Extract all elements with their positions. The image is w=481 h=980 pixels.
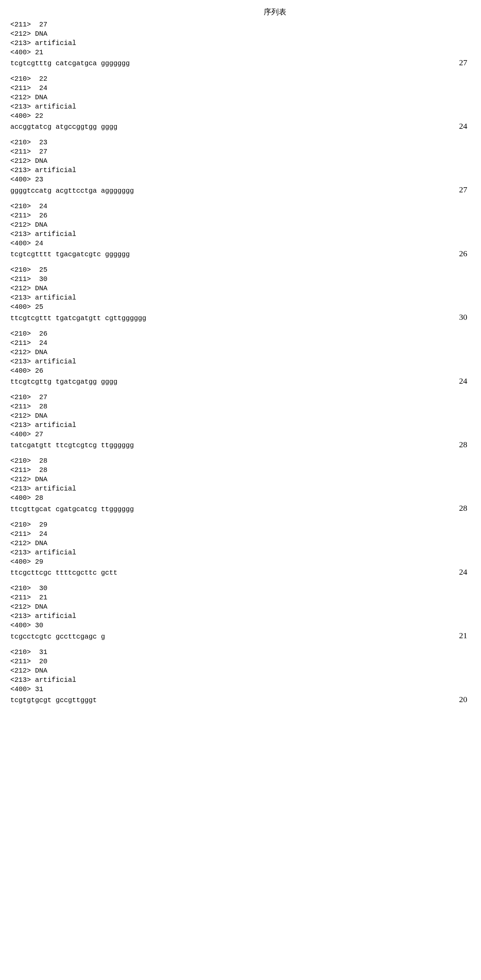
sequence-length: 27 xyxy=(459,57,471,68)
entry-metadata-line: <212> DNA xyxy=(10,411,471,420)
entry-metadata-line: <212> DNA xyxy=(10,156,471,165)
entry-metadata-line: <400> 24 xyxy=(10,239,471,248)
entry-metadata-line: <210> 26 xyxy=(10,329,471,338)
sequence-length: 28 xyxy=(459,439,471,450)
entry-metadata-line: <210> 27 xyxy=(10,393,471,402)
entry-metadata-line: <210> 31 xyxy=(10,648,471,657)
entry-metadata-line: <213> artificial xyxy=(10,229,471,239)
entry-metadata-line: <400> 23 xyxy=(10,175,471,184)
sequence-length: 20 xyxy=(459,694,471,705)
sequence-entry: <210> 29<211> 24<212> DNA<213> artificia… xyxy=(10,520,471,578)
sequence-entry: <210> 30<211> 21<212> DNA<213> artificia… xyxy=(10,584,471,641)
entry-metadata-line: <211> 21 xyxy=(10,593,471,602)
sequence-row: ttcgtcgttg tgatcgatgg gggg24 xyxy=(10,375,471,387)
entry-metadata-line: <213> artificial xyxy=(10,102,471,111)
sequence-row: ttcgttgcat cgatgcatcg ttgggggg28 xyxy=(10,503,471,514)
sequence-entry: <210> 31<211> 20<212> DNA<213> artificia… xyxy=(10,648,471,705)
sequence-text: tcgtcgtttt tgacgatcgtc gggggg xyxy=(10,250,130,259)
entry-metadata-line: <212> DNA xyxy=(10,348,471,357)
entry-metadata-line: <211> 27 xyxy=(10,147,471,156)
sequence-text: ttcgttgcat cgatgcatcg ttgggggg xyxy=(10,504,134,514)
entry-metadata-line: <400> 25 xyxy=(10,302,471,312)
entry-metadata-line: <213> artificial xyxy=(10,38,471,48)
entry-metadata-line: <211> 24 xyxy=(10,529,471,539)
sequence-row: accggtatcg atgccggtgg gggg24 xyxy=(10,121,471,132)
entry-metadata-line: <211> 24 xyxy=(10,83,471,93)
entry-metadata-line: <213> artificial xyxy=(10,548,471,557)
entry-metadata-line: <400> 28 xyxy=(10,493,471,503)
entry-metadata-line: <211> 26 xyxy=(10,211,471,220)
entry-metadata-line: <400> 30 xyxy=(10,621,471,630)
sequence-length: 26 xyxy=(459,248,471,259)
sequence-length: 27 xyxy=(459,184,471,195)
entry-metadata-line: <210> 30 xyxy=(10,584,471,593)
entry-metadata-line: <400> 29 xyxy=(10,557,471,566)
sequence-row: tcgcctcgtc gccttcgagc g21 xyxy=(10,630,471,641)
entry-metadata-line: <210> 23 xyxy=(10,138,471,147)
sequence-text: tatcgatgtt ttcgtcgtcg ttgggggg xyxy=(10,441,134,450)
entry-metadata-line: <212> DNA xyxy=(10,475,471,484)
sequence-row: ggggtccatg acgttcctga aggggggg27 xyxy=(10,184,471,195)
sequence-entry: <210> 24<211> 26<212> DNA<213> artificia… xyxy=(10,202,471,259)
entry-metadata-line: <210> 25 xyxy=(10,265,471,274)
sequence-row: tcgtgtgcgt gccgttgggt20 xyxy=(10,694,471,705)
entry-metadata-line: <400> 31 xyxy=(10,684,471,694)
entry-metadata-line: <400> 26 xyxy=(10,366,471,375)
entry-metadata-line: <213> artificial xyxy=(10,165,471,175)
sequence-entry: <210> 26<211> 24<212> DNA<213> artificia… xyxy=(10,329,471,387)
entry-metadata-line: <212> DNA xyxy=(10,284,471,293)
entry-metadata-line: <211> 28 xyxy=(10,402,471,411)
sequence-row: ttcgcttcgc ttttcgcttc gctt24 xyxy=(10,566,471,578)
sequence-text: ttcgcttcgc ttttcgcttc gctt xyxy=(10,568,117,578)
sequence-row: tcgtcgtttt tgacgatcgtc gggggg26 xyxy=(10,248,471,259)
entry-metadata-line: <211> 30 xyxy=(10,274,471,284)
entry-metadata-line: <211> 24 xyxy=(10,338,471,348)
sequence-text: tcgtgtgcgt gccgttgggt xyxy=(10,695,97,705)
sequence-text: accggtatcg atgccggtgg gggg xyxy=(10,122,117,132)
entry-metadata-line: <213> artificial xyxy=(10,611,471,621)
entry-metadata-line: <212> DNA xyxy=(10,29,471,38)
sequence-length: 28 xyxy=(459,503,471,514)
sequence-entry: <210> 27<211> 28<212> DNA<213> artificia… xyxy=(10,393,471,450)
entry-metadata-line: <211> 28 xyxy=(10,465,471,475)
sequence-text: ttcgtcgttg tgatcgatgg gggg xyxy=(10,377,117,387)
entry-metadata-line: <210> 24 xyxy=(10,202,471,211)
entry-metadata-line: <213> artificial xyxy=(10,420,471,430)
entry-metadata-line: <213> artificial xyxy=(10,484,471,493)
entry-metadata-line: <213> artificial xyxy=(10,293,471,302)
sequence-text: ggggtccatg acgttcctga aggggggg xyxy=(10,186,134,196)
entry-metadata-line: <212> DNA xyxy=(10,220,471,229)
entry-metadata-line: <211> 27 xyxy=(10,20,471,29)
entry-metadata-line: <210> 22 xyxy=(10,74,471,83)
entry-metadata-line: <213> artificial xyxy=(10,357,471,366)
entry-metadata-line: <400> 22 xyxy=(10,111,471,121)
sequence-text: tcgcctcgtc gccttcgagc g xyxy=(10,632,105,641)
entry-metadata-line: <212> DNA xyxy=(10,93,471,102)
sequence-listing: <211> 27<212> DNA<213> artificial<400> 2… xyxy=(10,20,471,705)
sequence-length: 24 xyxy=(459,121,471,132)
entry-metadata-line: <400> 21 xyxy=(10,48,471,57)
entry-metadata-line: <212> DNA xyxy=(10,602,471,611)
sequence-text: ttcgtcgttt tgatcgatgtt cgttgggggg xyxy=(10,313,146,323)
entry-metadata-line: <400> 27 xyxy=(10,430,471,439)
sequence-entry: <210> 28<211> 28<212> DNA<213> artificia… xyxy=(10,456,471,514)
entry-metadata-line: <212> DNA xyxy=(10,666,471,675)
sequence-text: tcgtcgtttg catcgatgca ggggggg xyxy=(10,59,130,68)
sequence-entry: <210> 23<211> 27<212> DNA<213> artificia… xyxy=(10,138,471,195)
entry-metadata-line: <212> DNA xyxy=(10,539,471,548)
sequence-length: 24 xyxy=(459,566,471,578)
sequence-row: tatcgatgtt ttcgtcgtcg ttgggggg28 xyxy=(10,439,471,450)
entry-metadata-line: <211> 20 xyxy=(10,657,471,666)
sequence-length: 30 xyxy=(459,312,471,323)
entry-metadata-line: <213> artificial xyxy=(10,675,471,684)
entry-metadata-line: <210> 29 xyxy=(10,520,471,529)
sequence-entry: <210> 25<211> 30<212> DNA<213> artificia… xyxy=(10,265,471,323)
sequence-length: 24 xyxy=(459,375,471,387)
sequence-row: ttcgtcgttt tgatcgatgtt cgttgggggg30 xyxy=(10,312,471,323)
sequence-row: tcgtcgtttg catcgatgca ggggggg27 xyxy=(10,57,471,68)
sequence-entry: <211> 27<212> DNA<213> artificial<400> 2… xyxy=(10,20,471,68)
entry-metadata-line: <210> 28 xyxy=(10,456,471,465)
page-title: 序列表 xyxy=(79,7,471,17)
sequence-entry: <210> 22<211> 24<212> DNA<213> artificia… xyxy=(10,74,471,132)
sequence-length: 21 xyxy=(459,630,471,641)
